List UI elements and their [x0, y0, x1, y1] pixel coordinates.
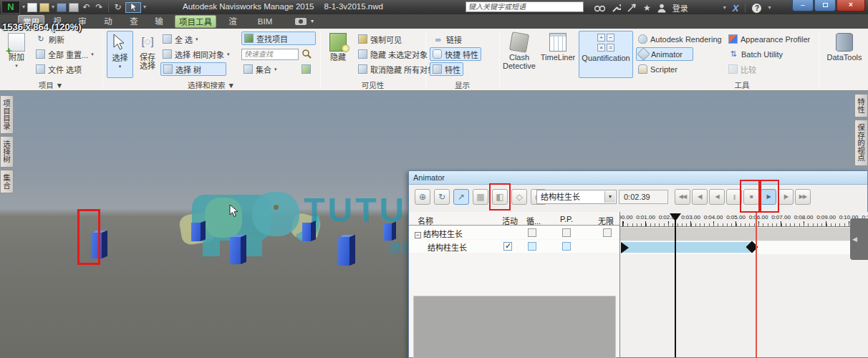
column-header-active[interactable]: 活动 [502, 215, 518, 226]
column-header-infinite[interactable]: 无限 [598, 215, 614, 226]
refresh-project-button[interactable]: ↻刷新 [34, 32, 67, 46]
scene-selector-dropdown[interactable]: 结构柱生长 ▼ [536, 190, 617, 204]
quantification-button[interactable]: +−×= Quantification [579, 31, 633, 78]
qat-customize-caret-icon[interactable]: ▾ [143, 1, 146, 14]
open-caret-icon[interactable]: ▾ [52, 1, 54, 14]
tab-bim360[interactable]: BIM 360 [247, 15, 283, 28]
tab-render[interactable]: 渲染 [222, 15, 243, 28]
dock-tab-selection-tree[interactable]: 选择树 [0, 136, 14, 168]
help-caret-icon[interactable]: ▾ [768, 1, 771, 14]
dock-tab-saved-viewpoints[interactable]: 保存的视点 [854, 120, 868, 166]
scene-selector-caret-icon[interactable]: ▼ [604, 191, 615, 203]
step-back-button[interactable]: ◀| [692, 189, 708, 205]
app-menu-caret-icon[interactable]: ▾ [22, 1, 25, 14]
collapse-pane-handle[interactable]: ◀ [850, 218, 868, 260]
login-caret-icon[interactable]: ▾ [723, 1, 726, 14]
hide-unselected-button[interactable]: 隐藏 未选定对象 [356, 47, 430, 61]
links-button[interactable]: ∞链接 [431, 32, 464, 46]
animation-scene-row[interactable]: −结构柱生长 [409, 226, 619, 239]
save-selection-button[interactable]: [◌] 保存 选择 [136, 31, 159, 78]
select-search-group-label[interactable]: 选择和搜索 ▼ [104, 80, 319, 90]
refresh-icon[interactable]: ↻ [112, 2, 123, 12]
undo-icon[interactable]: ↶ [81, 2, 92, 12]
timeline-ruler[interactable]: 0:00.000:01.000:02.000:03.000:04.000:05.… [620, 213, 868, 227]
redo-icon[interactable]: ↷ [94, 2, 105, 12]
autodesk-rendering-button[interactable]: Autodesk Rendering [636, 32, 724, 46]
select-all-button[interactable]: 全 选▾ [160, 32, 201, 46]
find-items-button[interactable]: 查找项目 [241, 32, 316, 45]
scripter-button[interactable]: Scripter [636, 62, 680, 76]
step-forward-button[interactable]: |▶ [778, 189, 794, 205]
pp-checkbox[interactable] [562, 228, 571, 237]
manage-sets-button[interactable] [299, 62, 313, 76]
structure-column[interactable] [191, 223, 206, 242]
require-button[interactable]: 强制可见 [356, 32, 404, 46]
structure-column[interactable] [302, 223, 317, 242]
change-color-button[interactable]: ▦ [473, 189, 488, 205]
project-group-label[interactable]: 项目 ▼ [0, 80, 102, 90]
scale-animation-set-button[interactable]: ↗ [453, 189, 469, 205]
render-style-icon[interactable] [295, 18, 307, 25]
loop-checkbox[interactable] [528, 242, 536, 251]
hide-button[interactable]: 隐藏 [324, 31, 352, 78]
animation-duration-bar[interactable] [622, 242, 751, 253]
structure-column[interactable] [384, 223, 397, 241]
start-keyframe-marker[interactable] [621, 242, 629, 253]
login-label[interactable]: 登录 [672, 2, 688, 14]
clash-detective-button[interactable]: Clash Detective [502, 31, 536, 78]
tree-collapse-icon[interactable]: − [415, 232, 421, 238]
tab-view[interactable]: 查看 [123, 15, 145, 28]
display-group-label[interactable]: 显示 [425, 80, 499, 90]
column-header-name[interactable]: 名称 [418, 215, 433, 226]
playhead-line[interactable] [675, 213, 676, 357]
select-button[interactable]: 选择▾ [107, 31, 133, 78]
select-tool-toggle[interactable] [125, 2, 141, 13]
animation-track-row[interactable] [620, 241, 868, 254]
tab-item-tools[interactable]: 项目工具 [175, 15, 216, 28]
dock-tab-project-browser[interactable]: 项目目录 [0, 95, 14, 134]
rotate-animation-set-button[interactable]: ↻ [434, 189, 450, 205]
loop-checkbox[interactable] [528, 228, 536, 237]
appearance-profiler-button[interactable]: Appearance Profiler [726, 32, 812, 46]
exchange-apps-icon[interactable]: X [733, 3, 739, 14]
datatools-button[interactable]: DataTools [824, 31, 865, 78]
selection-tree-button[interactable]: 选择 树 [160, 62, 226, 76]
quick-properties-button[interactable]: 快捷 特性 [430, 47, 481, 61]
structure-column[interactable] [230, 237, 247, 265]
dock-tab-properties[interactable]: 特性 [854, 94, 868, 117]
append-button[interactable]: 附加▾ [3, 31, 30, 78]
animator-button[interactable]: Animator [636, 47, 693, 61]
open-file-icon[interactable] [39, 3, 49, 12]
rewind-button[interactable]: ◀◀ [675, 189, 690, 205]
structure-column[interactable] [338, 237, 356, 266]
column-header-loop[interactable]: 循... [526, 215, 541, 226]
navisworks-app-icon[interactable]: N [1, 1, 20, 14]
playhead-marker[interactable] [670, 213, 681, 221]
sign-in-user-icon[interactable] [657, 4, 666, 13]
animator-panel-title[interactable]: Animator [409, 171, 867, 185]
maximize-button[interactable] [814, 0, 836, 11]
new-file-icon[interactable] [27, 3, 37, 12]
translate-animation-set-button[interactable]: ⊕ [415, 189, 430, 205]
select-same-button[interactable]: 选择 相同对象▾ [160, 47, 232, 61]
communication-center-icon[interactable] [627, 4, 637, 12]
active-checkbox-checked[interactable] [503, 242, 512, 251]
close-button[interactable]: × [836, 0, 865, 11]
tab-output[interactable]: 输出 [148, 15, 170, 28]
fast-forward-button[interactable]: ▶▶ [795, 189, 811, 205]
scene-track-row[interactable] [620, 228, 868, 241]
infocenter-search-input[interactable] [466, 1, 584, 12]
wrench-icon[interactable] [612, 4, 621, 13]
help-icon[interactable]: ? [752, 4, 761, 13]
reset-all-button[interactable]: 全部 重置...▾ [34, 47, 96, 61]
column-header-pp[interactable]: P.P. [560, 215, 573, 223]
sets-button[interactable]: 集合▾ [241, 62, 279, 76]
search-binoculars-icon[interactable] [594, 4, 605, 12]
capture-keyframe-button[interactable]: ◇ [511, 189, 527, 205]
print-icon[interactable] [69, 3, 79, 12]
animation-set-row[interactable]: 结构柱生长 [409, 240, 619, 253]
timeliner-button[interactable]: TimeLiner [539, 31, 577, 78]
minimize-button[interactable]: – [792, 0, 814, 11]
quick-find-search-icon[interactable] [302, 49, 312, 59]
render-style-caret-icon[interactable]: ▾ [308, 15, 317, 28]
